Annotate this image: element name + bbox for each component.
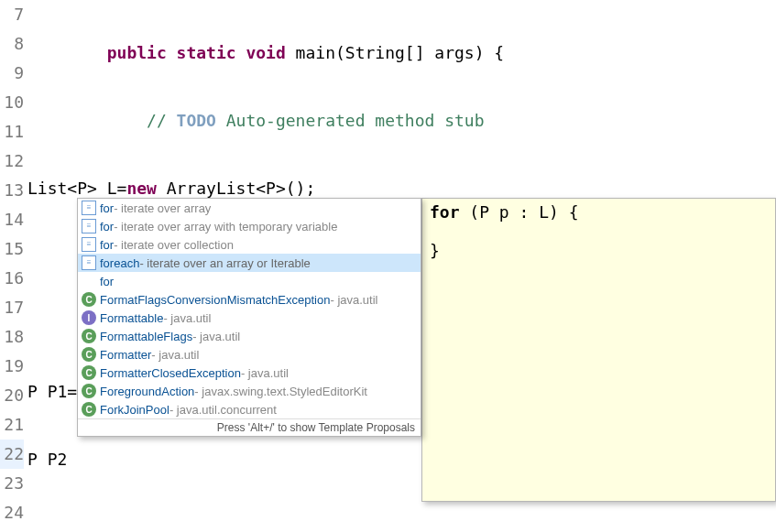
code-line-8[interactable]: // TODO Auto-generated method stub: [27, 106, 776, 136]
line-number: 11: [0, 117, 24, 147]
line-number: 19: [0, 352, 24, 381]
template-icon: ≡: [82, 219, 96, 233]
assist-item-desc: - iterate over array: [114, 201, 211, 215]
assist-item-package: - javax.swing.text.StyledEditorKit: [194, 385, 367, 398]
assist-item-label: for: [100, 201, 114, 215]
assist-item[interactable]: ≡for - iterate over array: [78, 199, 421, 217]
line-number: 23: [0, 469, 24, 498]
line-number: 15: [0, 234, 24, 264]
class-icon: C: [82, 402, 96, 417]
assist-item-label: FormattableFlags: [100, 330, 192, 343]
assist-item-label: for: [100, 275, 114, 288]
assist-item-package: - java.util: [192, 330, 240, 343]
content-assist-popup[interactable]: ≡for - iterate over array≡for - iterate …: [77, 198, 421, 437]
template-preview-panel: for (P p : L) { }: [421, 198, 776, 502]
assist-item-label: for: [100, 220, 114, 233]
assist-item[interactable]: ≡for - iterate over array with temporary…: [78, 217, 421, 235]
line-number: 20: [0, 381, 24, 410]
assist-item-desc: - iterate over an array or Iterable: [139, 256, 310, 270]
assist-item-package: - java.util: [151, 348, 199, 362]
assist-item[interactable]: ≡for - iterate over collection: [78, 235, 421, 254]
code-line-7[interactable]: public static void main(String[] args) {: [27, 38, 776, 68]
assist-item-desc: - iterate over collection: [114, 238, 234, 252]
line-number: 12: [0, 147, 24, 176]
assist-item[interactable]: CFormatFlagsConversionMismatchException …: [78, 290, 421, 309]
line-number: 9: [0, 59, 24, 88]
assist-item[interactable]: CFormatterClosedException - java.util: [78, 364, 421, 382]
line-number: 13: [0, 176, 24, 205]
assist-item[interactable]: CFormattableFlags - java.util: [78, 327, 421, 345]
assist-item-package: - java.util: [241, 366, 289, 380]
assist-item-package: - java.util: [163, 311, 211, 325]
assist-item-package: - java.util: [330, 293, 377, 307]
code-line-14[interactable]: [27, 513, 776, 532]
line-number: 21: [0, 410, 24, 440]
assist-item-package: - java.util.concurrent: [169, 403, 277, 417]
assist-item-label: ForkJoinPool: [100, 403, 169, 417]
line-number: 14: [0, 205, 24, 234]
assist-item[interactable]: IFormattable - java.util: [78, 309, 421, 327]
line-number: 8: [0, 29, 24, 59]
class-icon: C: [82, 347, 96, 362]
line-number: 17: [0, 293, 24, 322]
class-icon: C: [82, 384, 96, 398]
class-icon: C: [82, 292, 96, 307]
line-number: 7: [0, 0, 24, 29]
line-number-gutter: 789101112131415161718192021222324: [0, 0, 27, 532]
assist-item[interactable]: for: [78, 272, 421, 290]
template-icon: ≡: [82, 201, 96, 215]
line-number: 16: [0, 264, 24, 293]
assist-item-label: ForegroundAction: [100, 385, 194, 398]
content-assist-list[interactable]: ≡for - iterate over array≡for - iterate …: [78, 199, 421, 418]
line-number: 10: [0, 88, 24, 117]
class-icon: C: [82, 365, 96, 380]
keyword-icon: [82, 274, 96, 288]
class-icon: C: [82, 329, 96, 343]
template-icon: ≡: [82, 237, 96, 252]
line-number: 24: [0, 498, 24, 527]
assist-item-label: for: [100, 238, 114, 252]
line-number: 22: [0, 440, 24, 469]
line-number: 18: [0, 322, 24, 352]
assist-item[interactable]: CFormatter - java.util: [78, 345, 421, 364]
assist-item-label: FormatFlagsConversionMismatchException: [100, 293, 330, 307]
assist-item[interactable]: CForegroundAction - javax.swing.text.Sty…: [78, 382, 421, 400]
assist-item-label: Formattable: [100, 311, 163, 325]
assist-item-label: Formatter: [100, 348, 151, 362]
content-assist-footer: Press 'Alt+/' to show Template Proposals: [78, 418, 421, 436]
assist-item[interactable]: CForkJoinPool - java.util.concurrent: [78, 400, 421, 418]
assist-item[interactable]: ≡foreach - iterate over an array or Iter…: [78, 254, 421, 272]
assist-item-desc: - iterate over array with temporary vari…: [114, 220, 337, 233]
interface-icon: I: [82, 310, 96, 325]
template-icon: ≡: [82, 255, 96, 270]
assist-item-label: FormatterClosedException: [100, 366, 241, 380]
assist-item-label: foreach: [100, 256, 139, 270]
